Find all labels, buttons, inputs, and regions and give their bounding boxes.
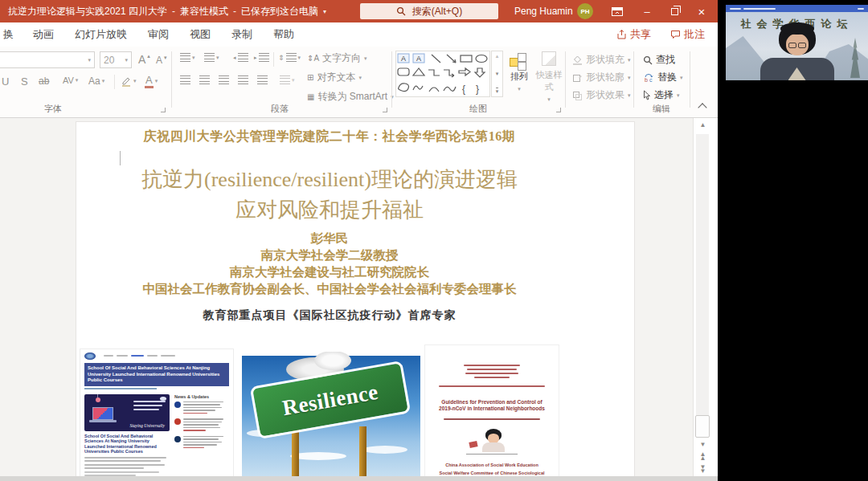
gallery-scroll-up-button[interactable]: ▴	[496, 53, 499, 59]
font-color-button[interactable]: A ▾	[145, 74, 158, 88]
account-name[interactable]: Peng Huamin	[514, 0, 573, 22]
highlight-pen-button[interactable]: ▾	[121, 75, 137, 87]
tab-view[interactable]: 视图	[179, 27, 221, 42]
shape-fill-button[interactable]: 形状填充▾	[572, 53, 631, 67]
doc-text-line	[464, 365, 520, 366]
shape-effects-button[interactable]: 形状效果▾	[572, 88, 631, 102]
gallery-more-button[interactable]: ▾	[496, 88, 499, 95]
bullets-button[interactable]: ▾	[180, 53, 195, 62]
webcam-video-feed[interactable]: 社会学华西论坛	[726, 12, 868, 80]
text-cursor-mark	[120, 151, 121, 165]
minimize-icon: –	[644, 6, 649, 18]
font-size-select[interactable]: 20▾	[100, 51, 132, 68]
scroll-up-button[interactable]: ▲	[694, 121, 712, 128]
align-center-button[interactable]	[199, 75, 210, 84]
numbering-button[interactable]: ▾	[204, 53, 219, 62]
video-call-window[interactable]: 社会学华西论坛	[726, 5, 868, 80]
decrease-indent-button[interactable]: ◂	[233, 53, 248, 62]
down-arrow-icon: ▾	[164, 55, 167, 61]
dropdown-icon: ▾	[358, 75, 362, 81]
scroll-down-button[interactable]: ▼	[694, 441, 712, 448]
tab-transitions-partial[interactable]: 换	[0, 27, 23, 42]
arrange-button[interactable]: 排列▾	[506, 51, 532, 92]
web-body: Staying Universally School Of Social And…	[80, 391, 233, 477]
text-direction-button[interactable]: ⇕A文字方向▾	[307, 51, 367, 65]
add-remove-columns-button[interactable]: ▾	[280, 75, 295, 84]
minimize-button[interactable]: –	[635, 0, 659, 22]
previous-slide-button[interactable]: ▲▲	[694, 452, 712, 460]
tab-help[interactable]: 帮助	[263, 27, 305, 42]
scroll-thumb[interactable]	[695, 415, 710, 438]
window-bottom-edge	[0, 476, 718, 481]
next-slide-button[interactable]: ▼▼	[694, 465, 712, 473]
editing-group-label: 编辑	[637, 103, 686, 115]
shape-gallery-icons: A A	[396, 51, 489, 96]
cartoon-desk-line	[466, 454, 518, 455]
tab-review[interactable]: 审阅	[137, 27, 179, 42]
line-spacing-button[interactable]: ⇕▾	[278, 53, 301, 62]
video-call-titlebar[interactable]	[726, 5, 868, 12]
author-block[interactable]: 彭华民 南京大学社会学二级教授 南京大学社会建设与社工研究院院长 中国社会工作教…	[76, 230, 583, 297]
tab-animations[interactable]: 动画	[23, 27, 64, 42]
change-case-button[interactable]: Aa▾	[88, 75, 104, 87]
character-spacing-button[interactable]: AV▾	[63, 75, 78, 85]
pen-icon	[121, 75, 132, 87]
web-text-lines	[84, 457, 170, 477]
slide-title-line1[interactable]: 抗逆力(resilience/resilient)理论的演进逻辑	[76, 165, 583, 194]
shrink-font-button[interactable]: A▾	[156, 55, 167, 66]
highlight-line[interactable]: 教育部重点项目《国际社区抗疫行动》首席专家	[76, 308, 583, 323]
grow-font-button[interactable]: A▴	[138, 53, 150, 66]
underline-button[interactable]: U	[2, 75, 9, 88]
comments-label: 批注	[684, 27, 705, 42]
svg-text:A: A	[401, 55, 406, 63]
search-input[interactable]: 搜索(Alt+Q)	[360, 3, 498, 19]
slide-kicker[interactable]: 庆祝四川大学公共管理学院建院二十年：社会学华西论坛第16期	[76, 128, 583, 145]
scroll-track[interactable]	[696, 134, 709, 438]
align-text-button[interactable]: ⊞对齐文本▾	[307, 71, 362, 84]
increase-indent-button[interactable]: ▸	[254, 53, 269, 62]
text-shadow-button[interactable]: S	[21, 75, 28, 88]
slide-title-line2[interactable]: 应对风险和提升福祉	[76, 196, 583, 224]
avatar[interactable]: PH	[577, 3, 593, 19]
comments-button[interactable]: 批注	[670, 27, 705, 42]
quick-styles-button[interactable]: 快速样式▾	[532, 51, 566, 103]
dropdown-icon: ▾	[88, 57, 91, 63]
saved-status-dropdown-icon[interactable]: ▾	[323, 8, 326, 15]
font-dialog-launcher[interactable]	[161, 108, 166, 112]
replace-button[interactable]: bc 替换▾	[643, 71, 683, 84]
cloud	[314, 352, 351, 370]
slide-canvas[interactable]: 庆祝四川大学公共管理学院建院二十年：社会学华西论坛第16期 抗逆力(resili…	[76, 122, 634, 481]
restore-button[interactable]	[662, 0, 686, 22]
ribbon-display-options-button[interactable]	[605, 0, 629, 22]
close-button[interactable]: ×	[690, 0, 714, 22]
collapse-ribbon-button[interactable]	[699, 104, 706, 111]
justify-button[interactable]	[238, 75, 248, 84]
strikethrough-button[interactable]: ab	[39, 75, 49, 87]
align-right-button[interactable]	[219, 75, 229, 84]
tab-slideshow[interactable]: 幻灯片放映	[64, 27, 137, 42]
align-left-button[interactable]	[180, 75, 190, 84]
vertical-scrollbar: ▲ ▼ ▲▲ ▼▼	[693, 118, 711, 481]
drawing-dialog-launcher[interactable]	[556, 108, 561, 112]
doc-text-line	[465, 373, 518, 374]
share-button[interactable]: 共享	[616, 27, 651, 42]
shape-outline-button[interactable]: 形状轮廓▾	[572, 71, 631, 84]
gallery-scroll-down-button[interactable]: ▾	[496, 71, 499, 77]
convert-smartart-button[interactable]: ▦转换为 SmartArt▾	[307, 90, 394, 104]
tab-record[interactable]: 录制	[221, 27, 263, 42]
double-up-arrow-icon: ▲▲	[700, 452, 706, 460]
paragraph-dialog-launcher[interactable]	[383, 108, 387, 112]
image-document-cover[interactable]: Guidelines for Prevention and Control of…	[425, 345, 559, 481]
shrink-font-glyph: A	[156, 55, 162, 66]
columns-button[interactable]	[257, 75, 268, 84]
font-name-select[interactable]: ▾	[0, 51, 95, 68]
saved-status[interactable]: 已保存到这台电脑	[241, 5, 318, 18]
web-banner-headline: School Of Social And Behavioral Sciences…	[84, 363, 229, 386]
shape-gallery[interactable]: A A	[395, 51, 490, 97]
image-resilience-sign[interactable]: Resilience	[242, 352, 420, 481]
select-button[interactable]: 选择▾	[643, 88, 680, 102]
close-icon: ×	[698, 5, 706, 18]
dropdown-icon: ▾	[155, 78, 158, 84]
image-webpage-screenshot[interactable]: School Of Social And Behavioral Sciences…	[80, 349, 233, 481]
find-button[interactable]: 查找	[643, 53, 675, 67]
